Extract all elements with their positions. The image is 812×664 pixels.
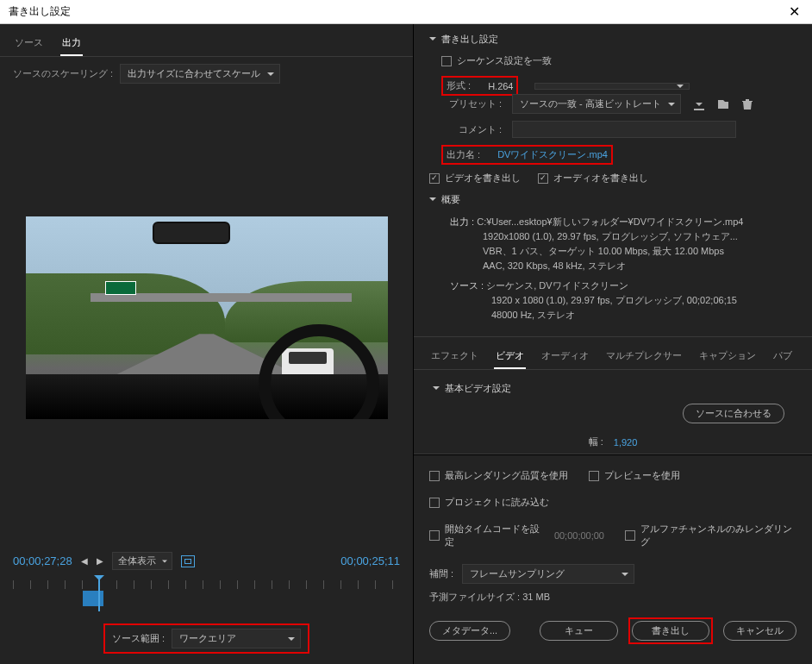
chevron-down-icon (433, 386, 440, 393)
preset-value: ソースの一致 - 高速ビットレート (520, 98, 661, 109)
basic-video-settings: 基本ビデオ設定 ソースに合わせる 幅 : 1,920 (414, 370, 812, 454)
summary-output-label: 出力 : (450, 216, 474, 227)
left-panel: ソース 出力 ソースのスケーリング : 出力サイズに合わせてスケール 00;00… (0, 24, 414, 664)
left-tabs: ソース 出力 (0, 24, 413, 57)
match-source-label: ソースに合わせる (696, 408, 771, 418)
close-icon[interactable]: ✕ (785, 3, 803, 20)
match-sequence-label: シーケンス設定を一致 (457, 54, 552, 67)
max-quality-label: 最高レンダリング品質を使用 (445, 469, 568, 482)
summary-head[interactable]: 概要 (429, 193, 796, 206)
scaling-label: ソースのスケーリング : (13, 67, 113, 80)
alpha-only-checkbox[interactable] (625, 530, 635, 541)
next-frame-icon[interactable]: ▶ (97, 556, 103, 566)
import-project-label: プロジェクトに読み込む (445, 496, 549, 509)
summary-body: 出力 : C:¥User...esktop¥新しいフォルダー¥DVワイドスクリー… (450, 215, 796, 323)
summary-src-l2: 48000 Hz, ステレオ (491, 308, 796, 323)
max-quality-checkbox[interactable] (429, 471, 440, 481)
alpha-only-label: アルファチャンネルのみレンダリング (640, 523, 796, 548)
source-range-dropdown[interactable]: ワークエリア (172, 629, 301, 648)
cancel-button[interactable]: キャンセル (723, 621, 796, 641)
chevron-down-icon (429, 197, 436, 204)
export-label: 書き出し (652, 625, 690, 636)
start-tc-checkbox[interactable] (429, 530, 440, 541)
summary-title: 概要 (441, 193, 460, 206)
start-tc-value: 00;00;00;00 (554, 530, 604, 541)
right-panel: 書き出し設定 シーケンス設定を一致 形式 : H.264 x (414, 24, 812, 664)
queue-label: キュー (565, 625, 593, 636)
basic-video-title: 基本ビデオ設定 (445, 382, 511, 395)
track-area[interactable] (13, 577, 400, 611)
interp-value: フレームサンプリング (470, 568, 565, 579)
queue-button[interactable]: キュー (540, 621, 618, 641)
comment-label: コメント : (441, 123, 502, 136)
output-name-link[interactable]: DVワイドスクリーン.mp4 (497, 148, 608, 161)
right-tabs: エフェクト ビデオ オーディオ マルチプレクサー キャプション パブ (414, 336, 812, 370)
fit-dropdown[interactable]: 全体表示 (112, 552, 172, 570)
width-label: 幅 : (589, 435, 603, 448)
preset-label: プリセット : (441, 97, 502, 110)
export-settings-head[interactable]: 書き出し設定 (429, 33, 796, 46)
source-range-value: ワークエリア (179, 633, 236, 643)
summary-out-l1: 1920x1080 (1.0), 29.97 fps, プログレッシブ, ソフト… (483, 229, 796, 244)
preview-area (0, 91, 413, 545)
window-title: 書き出し設定 (9, 4, 71, 19)
export-button[interactable]: 書き出し (632, 621, 709, 641)
tab-video[interactable]: ビデオ (494, 344, 526, 369)
export-audio-checkbox[interactable] (538, 173, 548, 184)
summary-out-l3: AAC, 320 Kbps, 48 kHz, ステレオ (483, 259, 796, 273)
interp-label: 補間 : (429, 567, 453, 580)
cancel-label: キャンセル (736, 625, 784, 636)
import-preset-icon[interactable] (715, 97, 731, 111)
export-settings-section: 書き出し設定 シーケンス設定を一致 形式 : H.264 x (414, 24, 812, 331)
width-value[interactable]: 1,920 (614, 437, 638, 448)
format-value: H.264 (488, 81, 513, 91)
export-video-checkbox[interactable] (429, 173, 440, 184)
save-preset-icon[interactable] (691, 97, 707, 111)
titlebar: 書き出し設定 ✕ (0, 0, 812, 24)
basic-video-head[interactable]: 基本ビデオ設定 (433, 382, 793, 395)
tab-output[interactable]: 出力 (60, 31, 83, 56)
delete-preset-icon[interactable] (740, 97, 755, 111)
summary-source-label: ソース : (450, 280, 484, 291)
playhead[interactable] (98, 577, 100, 611)
est-size-value: 31 MB (522, 592, 550, 602)
preview-image[interactable] (26, 216, 388, 419)
export-video-label: ビデオを書き出し (445, 172, 521, 185)
interp-dropdown[interactable]: フレームサンプリング (462, 564, 634, 584)
summary-src-l0: シーケンス, DVワイドスクリーン (486, 280, 628, 291)
start-tc-label: 開始タイムコードを設定 (445, 523, 544, 548)
import-project-checkbox[interactable] (429, 498, 440, 508)
format-dropdown[interactable] (534, 83, 690, 90)
time-out[interactable]: 00;00;25;11 (340, 554, 400, 567)
metadata-button[interactable]: メタデータ... (429, 621, 510, 641)
preset-dropdown[interactable]: ソースの一致 - 高速ビットレート (512, 94, 681, 114)
output-name-highlight: 出力名 : DVワイドスクリーン.mp4 (441, 145, 613, 165)
aspect-icon[interactable] (181, 555, 195, 567)
export-button-highlight: 書き出し (628, 617, 713, 644)
tab-publish[interactable]: パブ (771, 344, 794, 369)
scaling-value: 出力サイズに合わせてスケール (128, 68, 260, 78)
clip[interactable] (83, 591, 103, 606)
tab-effects[interactable]: エフェクト (429, 344, 480, 369)
match-source-button[interactable]: ソースに合わせる (683, 404, 784, 423)
tab-source[interactable]: ソース (13, 31, 45, 56)
chevron-down-icon (429, 37, 436, 44)
comment-input[interactable] (512, 121, 736, 138)
tab-audio[interactable]: オーディオ (540, 344, 590, 369)
format-highlight: 形式 : H.264 (441, 76, 518, 96)
source-range-label: ソース範囲 : (112, 632, 165, 645)
export-audio-label: オーディオを書き出し (553, 172, 648, 185)
time-in[interactable]: 00;00;27;28 (13, 554, 72, 567)
summary-output-path: C:¥User...esktop¥新しいフォルダー¥DVワイドスクリーン.mp4 (477, 216, 743, 227)
tab-multiplexer[interactable]: マルチプレクサー (604, 344, 684, 369)
prev-frame-icon[interactable]: ◀ (81, 556, 88, 566)
match-sequence-checkbox[interactable] (441, 56, 452, 66)
bottom-options: 最高レンダリング品質を使用 プレビューを使用 プロジェクトに読み込む 開始タイム… (414, 454, 812, 612)
scaling-dropdown[interactable]: 出力サイズに合わせてスケール (120, 64, 280, 84)
main: ソース 出力 ソースのスケーリング : 出力サイズに合わせてスケール 00;00… (0, 24, 812, 664)
use-preview-checkbox[interactable] (589, 471, 599, 481)
tab-caption[interactable]: キャプション (697, 344, 758, 369)
metadata-label: メタデータ... (442, 625, 497, 636)
button-row: メタデータ... キュー 書き出し キャンセル (414, 612, 812, 655)
export-settings-title: 書き出し設定 (441, 33, 498, 46)
